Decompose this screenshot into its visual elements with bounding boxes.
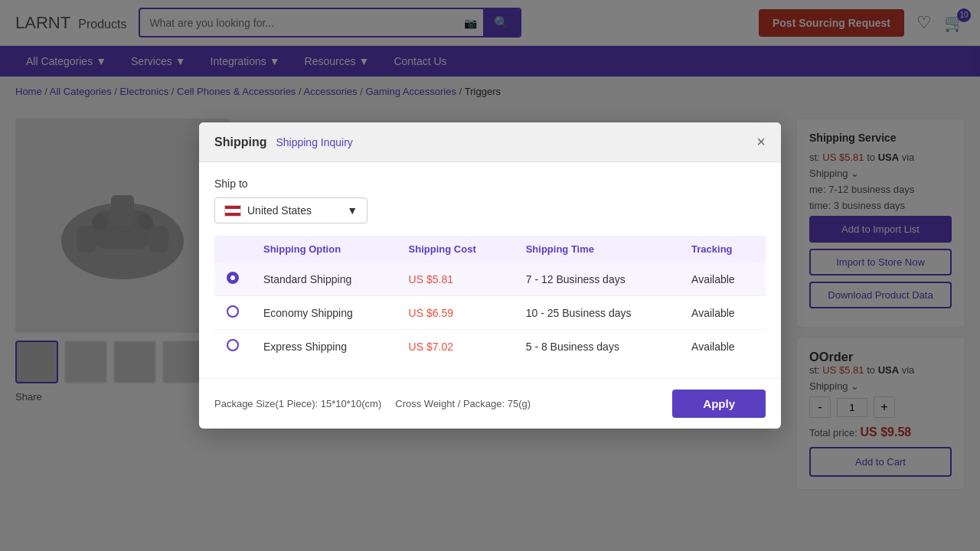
- cross-weight: Cross Weight / Package: 75(g): [395, 398, 531, 409]
- shipping-time-cell: 10 - 25 Business days: [514, 296, 679, 330]
- shipping-cost-cell: US $5.81: [397, 262, 514, 296]
- modal-title-area: Shipping Shipping Inquiry: [214, 135, 353, 149]
- country-select[interactable]: United States ▼: [214, 197, 368, 223]
- table-row[interactable]: Economy Shipping US $6.59 10 - 25 Busine…: [214, 296, 766, 330]
- shipping-cost-cell: US $6.59: [397, 296, 514, 330]
- modal-title-text: Shipping: [214, 135, 266, 149]
- country-name: United States: [247, 204, 312, 217]
- modal-footer: Package Size(1 Piece): 15*10*10(cm) Cros…: [199, 378, 781, 429]
- flag-icon: [224, 205, 241, 217]
- radio-cell[interactable]: [214, 330, 251, 364]
- package-size: Package Size(1 Piece): 15*10*10(cm): [214, 398, 381, 409]
- tracking-cell: Available: [679, 262, 766, 296]
- modal-close-button[interactable]: ×: [756, 133, 766, 151]
- shipping-inquiry-link[interactable]: Shipping Inquiry: [276, 136, 352, 148]
- modal-body: Ship to United States ▼ Shipping Option …: [199, 162, 781, 378]
- shipping-time-cell: 5 - 8 Business days: [514, 330, 679, 364]
- tracking-cell: Available: [679, 296, 766, 330]
- shipping-table: Shipping Option Shipping Cost Shipping T…: [214, 236, 766, 363]
- table-row[interactable]: Express Shipping US $7.02 5 - 8 Business…: [214, 330, 766, 364]
- table-header-row: Shipping Option Shipping Cost Shipping T…: [214, 236, 766, 262]
- col-tracking: Tracking: [679, 236, 766, 262]
- dropdown-arrow: ▼: [347, 204, 358, 217]
- tracking-cell: Available: [679, 330, 766, 364]
- shipping-cost-cell: US $7.02: [397, 330, 514, 364]
- package-info: Package Size(1 Piece): 15*10*10(cm) Cros…: [214, 398, 531, 409]
- shipping-option-cell: Economy Shipping: [251, 296, 397, 330]
- radio-button-0[interactable]: [227, 272, 239, 284]
- shipping-modal: Shipping Shipping Inquiry × Ship to Unit…: [199, 122, 781, 429]
- col-time: Shipping Time: [514, 236, 679, 262]
- table-row[interactable]: Standard Shipping US $5.81 7 - 12 Busine…: [214, 262, 766, 296]
- apply-button[interactable]: Apply: [672, 390, 766, 418]
- radio-button-1[interactable]: [227, 305, 239, 318]
- col-option: Shipping Option: [251, 236, 397, 262]
- radio-button-2[interactable]: [227, 339, 239, 351]
- radio-cell[interactable]: [214, 262, 251, 296]
- col-cost: Shipping Cost: [397, 236, 514, 262]
- shipping-option-cell: Standard Shipping: [251, 262, 397, 296]
- radio-cell[interactable]: [214, 296, 251, 330]
- modal-overlay: Shipping Shipping Inquiry × Ship to Unit…: [0, 0, 980, 502]
- ship-to-label: Ship to: [214, 178, 766, 190]
- shipping-time-cell: 7 - 12 Business days: [514, 262, 679, 296]
- shipping-option-cell: Express Shipping: [251, 330, 397, 364]
- modal-header: Shipping Shipping Inquiry ×: [199, 122, 781, 162]
- col-radio: [214, 236, 251, 262]
